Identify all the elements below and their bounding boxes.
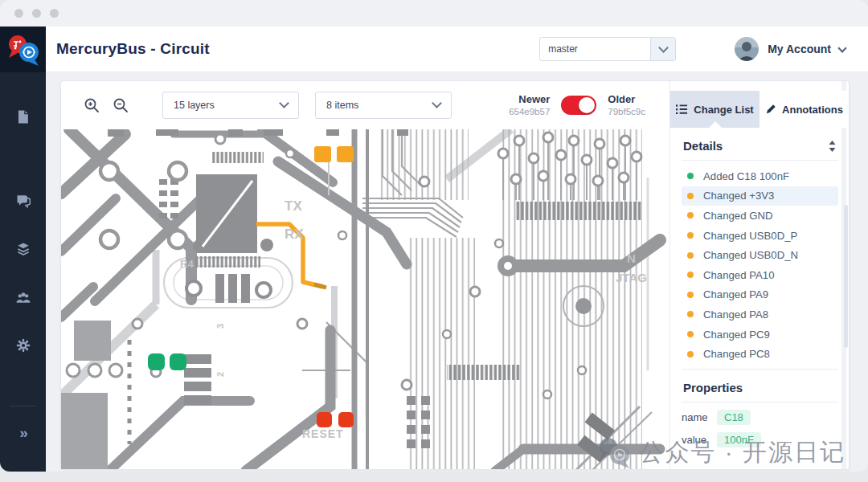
properties-header: Properties [682, 369, 838, 402]
logo-bubbles-icon [6, 33, 41, 67]
items-select-value: 8 items [326, 100, 358, 111]
zoom-out-button[interactable] [113, 96, 130, 114]
app-logo [0, 27, 46, 72]
newer-label: Newer [509, 93, 550, 106]
pcb-canvas[interactable]: TX RX R4 RESET N JTAG 3 2 [61, 129, 669, 469]
change-item-label: Added C18 100nF [703, 170, 789, 182]
branch-select[interactable]: master [539, 37, 676, 61]
sidebar-item-settings[interactable] [0, 333, 46, 357]
sidebar-item-discussions[interactable] [0, 189, 46, 213]
status-dot [687, 351, 694, 357]
diff-card: 15 layers 8 items Newer 654e9b57 [60, 80, 850, 470]
list-icon [676, 104, 688, 115]
list-scrollbar-thumb[interactable] [844, 205, 848, 348]
change-list-item[interactable]: Changed PA9 [682, 285, 838, 305]
silkscreen-reset: RESET [302, 427, 344, 440]
status-dot [687, 272, 694, 278]
status-dot [687, 311, 694, 317]
account-menu[interactable]: My Account [734, 36, 845, 62]
silkscreen-rx: RX [285, 227, 304, 242]
properties-heading: Properties [683, 381, 743, 394]
older-side: Older 79bf5c9c [608, 93, 645, 118]
property-row-value: value 100nF [682, 432, 838, 447]
property-key: value [682, 434, 717, 446]
pcb-orange-pads[interactable] [314, 146, 354, 162]
pcb-changed-pads-red[interactable] [317, 412, 354, 427]
details-heading: Details [683, 139, 723, 153]
tab-change-list-label: Change List [694, 104, 753, 116]
status-dot [687, 212, 694, 219]
toggle-knob [579, 97, 595, 113]
app-window: MercuryBus - Circuit master My Account [0, 27, 868, 472]
status-dot [687, 292, 694, 298]
tab-change-list[interactable]: Change List [670, 91, 760, 128]
change-item-label: Changed PC9 [703, 329, 770, 341]
page-title: MercuryBus - Circuit [56, 40, 210, 58]
chevron-down-icon [837, 43, 846, 52]
change-item-label: Changed USB0D_P [703, 230, 797, 242]
newer-older-toggle[interactable] [561, 96, 596, 115]
property-value-chip: C18 [717, 410, 751, 425]
zoom-in-button[interactable] [84, 96, 101, 114]
change-list-item[interactable]: Changed PA10 [682, 265, 838, 285]
compare-control: Newer 654e9b57 Older 79bf5c9c [509, 93, 645, 118]
window-control-dot[interactable] [50, 9, 59, 18]
change-list-item[interactable]: Changed GND [682, 206, 838, 226]
window-control-dot[interactable] [14, 9, 23, 18]
change-list-item[interactable]: Changed USB0D_P [682, 226, 838, 246]
panel-body: Details Added C18 100nF Changed +3V3 Cha… [670, 128, 849, 469]
chevron-down-icon [658, 43, 669, 53]
pencil-icon [765, 104, 776, 115]
older-label: Older [608, 93, 645, 106]
chevron-down-icon [279, 99, 289, 109]
layers-select-value: 15 layers [174, 100, 215, 111]
change-item-label: Changed PA8 [703, 308, 768, 321]
avatar[interactable] [734, 36, 760, 62]
change-list-item[interactable]: Changed PC9 [682, 325, 838, 345]
document-icon [15, 109, 31, 125]
sidebar-item-layers[interactable] [0, 237, 46, 261]
branch-select-value: master [540, 43, 650, 55]
viewer-toolbar: 15 layers 8 items Newer 654e9b57 [61, 81, 669, 129]
silkscreen-jtag: JTAG [616, 271, 647, 284]
window-control-dot[interactable] [32, 9, 41, 18]
change-item-label: Changed USB0D_N [703, 249, 798, 261]
change-list-item[interactable]: Changed USB0D_N [682, 245, 838, 265]
property-key: name [682, 411, 717, 423]
sidebar: » [0, 72, 46, 472]
sidebar-item-team[interactable] [0, 285, 46, 309]
property-row-name: name C18 [682, 410, 838, 425]
newer-side: Newer 654e9b57 [509, 93, 550, 118]
window-titlebar [0, 0, 868, 27]
older-commit-hash: 79bf5c9c [608, 106, 645, 117]
gear-icon [15, 337, 31, 353]
items-select[interactable]: 8 items [315, 92, 452, 119]
change-list-item[interactable]: Changed PA8 [682, 304, 838, 325]
silkscreen-num2: 2 [215, 372, 225, 377]
sort-icon[interactable] [828, 140, 837, 153]
chevron-down-icon [432, 99, 442, 109]
change-list: Added C18 100nF Changed +3V3 Changed GND… [682, 161, 838, 369]
pcb-added-pads-green[interactable] [148, 353, 186, 370]
change-list-item[interactable]: Changed +3V3 [682, 186, 838, 206]
pcb-thermal-hole [504, 262, 512, 270]
chat-icon [15, 193, 31, 209]
double-chevron-right-icon: » [19, 424, 27, 441]
layers-select[interactable]: 15 layers [162, 92, 299, 119]
branch-select-caret[interactable] [650, 38, 675, 60]
sidebar-expand-button[interactable]: » [0, 424, 46, 442]
tab-annotations-label: Annotations [782, 104, 843, 116]
change-item-label: Changed PA10 [703, 269, 774, 281]
status-dot [687, 232, 694, 239]
sidebar-item-documents[interactable] [0, 104, 46, 129]
layers-icon [15, 241, 31, 257]
panel-tabs: Change List Annotations [670, 91, 849, 128]
pcb-viewport: TX RX R4 RESET N JTAG 3 2 [61, 129, 669, 469]
tab-annotations[interactable]: Annotations [760, 91, 849, 128]
change-list-item[interactable]: Changed PC8 [682, 344, 838, 364]
team-icon [15, 289, 31, 305]
main-area: 15 layers 8 items Newer 654e9b57 [46, 72, 868, 472]
silkscreen-tx: TX [285, 198, 302, 214]
change-list-item[interactable]: Added C18 100nF [682, 166, 838, 186]
property-value-chip: 100nF [717, 432, 761, 447]
